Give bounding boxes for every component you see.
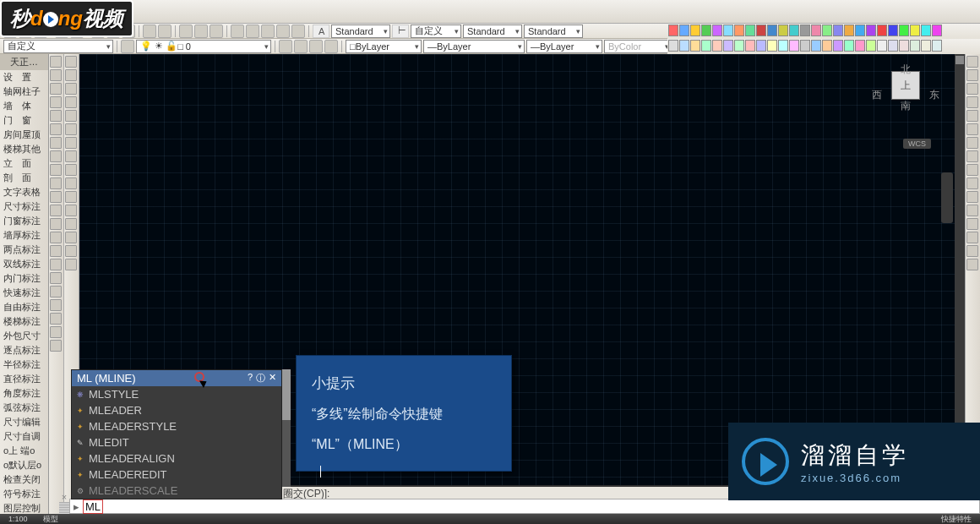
viewcube-south[interactable]: 南 xyxy=(872,99,939,113)
layer-prev-icon[interactable] xyxy=(294,40,308,53)
dim-edit-icon[interactable] xyxy=(966,218,978,230)
tool-icon[interactable] xyxy=(822,25,832,36)
tool-icon[interactable] xyxy=(921,25,931,36)
sidebar-item[interactable]: 尺寸编辑 xyxy=(0,415,48,429)
scrollbar-thumb[interactable] xyxy=(956,56,964,64)
scale-icon[interactable] xyxy=(65,150,77,162)
layer-dropdown[interactable]: 💡 ☀ 🔓 □ 0 xyxy=(136,40,271,53)
custom-dropdown-1[interactable]: 自定义 xyxy=(411,25,461,38)
linetype-dropdown[interactable]: — ByLayer xyxy=(423,40,525,53)
circle-icon[interactable] xyxy=(50,83,62,95)
tool-icon[interactable] xyxy=(778,25,788,36)
tool-icon[interactable] xyxy=(811,40,821,52)
tool-icon[interactable] xyxy=(833,25,843,36)
rotate-icon[interactable] xyxy=(65,137,77,149)
dimstyle-icon[interactable] xyxy=(966,259,978,270)
line-icon[interactable] xyxy=(50,56,62,68)
tp-icon[interactable] xyxy=(261,25,275,38)
copy-obj-icon[interactable] xyxy=(65,69,77,81)
tool-icon[interactable] xyxy=(668,25,678,36)
tool-icon[interactable] xyxy=(679,25,689,36)
sidebar-item[interactable]: 轴网柱子 xyxy=(0,85,48,99)
boundary-icon[interactable] xyxy=(50,272,62,284)
dim-update-icon[interactable] xyxy=(966,245,978,257)
tool-icon[interactable] xyxy=(899,40,909,52)
dim-arc-icon[interactable] xyxy=(966,96,978,108)
center-mark-icon[interactable] xyxy=(966,205,978,216)
autocomplete-item[interactable]: MLEADERALIGN xyxy=(72,450,281,467)
mirror-icon[interactable] xyxy=(65,83,77,95)
break-icon[interactable] xyxy=(65,205,77,216)
tool-icon[interactable] xyxy=(690,25,700,36)
tool-icon[interactable] xyxy=(767,25,777,36)
rect-icon[interactable] xyxy=(50,110,62,122)
viewcube[interactable]: 北 西 上 东 南 xyxy=(872,63,939,130)
array-icon[interactable] xyxy=(65,110,77,122)
wipeout-icon[interactable] xyxy=(50,299,62,311)
tool-icon[interactable] xyxy=(910,25,920,36)
tool-icon[interactable] xyxy=(921,40,931,52)
sidebar-item[interactable]: 立 面 xyxy=(0,156,48,171)
autocomplete-scroll-thumb[interactable] xyxy=(282,369,291,420)
offset-icon[interactable] xyxy=(65,96,77,108)
tool-icon[interactable] xyxy=(811,25,821,36)
tool-icon[interactable] xyxy=(712,40,722,52)
autocomplete-selected[interactable]: ML (MLINE) ? ⓘ ✕ xyxy=(72,370,281,386)
dim-baseline-icon[interactable] xyxy=(966,164,978,176)
sidebar-item[interactable]: 墙厚标注 xyxy=(0,228,48,243)
sidebar-item[interactable]: 尺寸标注 xyxy=(0,199,48,214)
dim-linear-icon[interactable] xyxy=(966,56,978,68)
viewcube-north[interactable]: 北 xyxy=(872,63,939,77)
props-icon[interactable] xyxy=(231,25,244,38)
move-icon[interactable] xyxy=(65,123,77,135)
autocomplete-item[interactable]: MLEADEREDIT xyxy=(72,467,281,483)
sidebar-item[interactable]: 符号标注 xyxy=(0,487,48,501)
tool-icon[interactable] xyxy=(723,25,733,36)
tool-icon[interactable] xyxy=(734,40,744,52)
text-style-icon[interactable]: A xyxy=(313,25,329,38)
hatch-icon[interactable] xyxy=(50,164,62,176)
color-dropdown[interactable]: □ ByLayer xyxy=(346,40,422,53)
layer-iso-icon[interactable] xyxy=(309,40,323,53)
sidebar-item[interactable]: 文字表格 xyxy=(0,185,48,199)
tool-icon[interactable] xyxy=(932,25,942,36)
zoom-icon[interactable] xyxy=(194,25,208,38)
region-icon[interactable] xyxy=(50,259,62,270)
tool-icon[interactable] xyxy=(745,25,755,36)
status-model[interactable]: 模型 xyxy=(40,514,62,525)
pan-icon[interactable] xyxy=(179,25,193,38)
table-icon[interactable] xyxy=(50,218,62,230)
layer-match-icon[interactable] xyxy=(279,40,292,53)
sidebar-item[interactable]: o默认层o xyxy=(0,458,48,472)
tool-icon[interactable] xyxy=(877,25,887,36)
tool-icon[interactable] xyxy=(833,40,843,52)
autocomplete-item[interactable]: MLSTYLE xyxy=(72,386,281,402)
dim-jogged-icon[interactable] xyxy=(966,150,978,162)
dim-tedit-icon[interactable] xyxy=(966,232,978,243)
wcs-badge[interactable]: WCS xyxy=(903,139,931,149)
menubar[interactable]: Draw… xyxy=(0,0,980,24)
sidebar-item[interactable]: 楼梯其他 xyxy=(0,142,48,156)
sidebar-item[interactable]: o上 端o xyxy=(0,444,48,458)
chamfer-icon[interactable] xyxy=(65,232,77,243)
sidebar-item[interactable]: 门 窗 xyxy=(0,113,48,128)
spline-icon[interactable] xyxy=(50,150,62,162)
erase-icon[interactable] xyxy=(65,56,77,68)
undo-icon[interactable] xyxy=(143,25,156,38)
text-icon[interactable] xyxy=(50,232,62,243)
stretch-icon[interactable] xyxy=(65,164,77,176)
tolerance-icon[interactable] xyxy=(966,191,978,203)
command-input[interactable]: ML xyxy=(83,499,103,514)
tool-icon[interactable] xyxy=(800,40,810,52)
xline-icon[interactable] xyxy=(50,326,62,338)
sidebar-item[interactable]: 尺寸自调 xyxy=(0,429,48,444)
trim-icon[interactable] xyxy=(65,177,77,189)
tool-icon[interactable] xyxy=(789,25,799,36)
sidebar-item[interactable]: 逐点标注 xyxy=(0,343,48,358)
tool-icon[interactable] xyxy=(844,40,854,52)
help-icon[interactable]: ? xyxy=(248,372,253,385)
autocomplete-item[interactable]: MLEADERSCALE xyxy=(72,483,281,499)
sidebar-item[interactable]: 房间屋顶 xyxy=(0,128,48,142)
orbit-icon[interactable] xyxy=(210,25,223,38)
mleader-style-dropdown[interactable]: Standard xyxy=(524,25,583,38)
